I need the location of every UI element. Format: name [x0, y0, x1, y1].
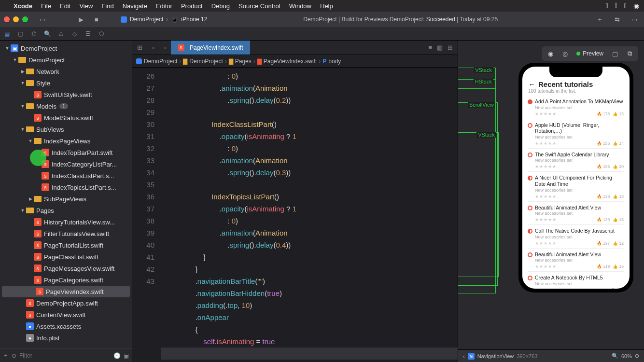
- menu-edit[interactable]: Edit: [60, 2, 70, 10]
- tree-node[interactable]: sIndexClassListPart.s...: [0, 170, 132, 181]
- debug-navigator-tab[interactable]: ☰: [84, 30, 92, 37]
- list-item[interactable]: Add A Point Annotation To MKMapViewNew a…: [528, 96, 624, 119]
- filter-scope-icon[interactable]: ⊙: [12, 352, 16, 359]
- tree-node[interactable]: ▶Network: [0, 66, 132, 77]
- jump-bar[interactable]: DemoProject› ▇ DemoProject› ▇ Pages› ▇ P…: [132, 55, 458, 68]
- tree-node[interactable]: ●Info.plist: [0, 332, 132, 344]
- menu-source-control[interactable]: Source Control: [238, 2, 280, 10]
- tree-node[interactable]: ▼DemoProject: [0, 54, 132, 66]
- tree-node[interactable]: sHistoryTutorialsView.sw...: [0, 216, 132, 228]
- menu-find[interactable]: Find: [101, 2, 113, 10]
- jumpbar-seg[interactable]: PageViewIndex.swift: [264, 58, 317, 65]
- menu-window[interactable]: Window: [289, 2, 311, 10]
- test-navigator-tab[interactable]: ◇: [70, 30, 78, 37]
- tree-node[interactable]: ▼SubViews: [0, 124, 132, 135]
- device-screen[interactable]: ←Recent tutorials 100 tutorials in the l…: [522, 67, 630, 289]
- list-item[interactable]: Beautiful Animated Alert ViewNew accesor…: [528, 249, 624, 272]
- code-editor[interactable]: 262728293031323334353637383940414243 : 0…: [132, 68, 458, 362]
- tree-node[interactable]: ▶SubPageViews: [0, 193, 132, 205]
- zoom-out-icon[interactable]: 🔍: [612, 353, 618, 359]
- zoom-in-icon[interactable]: ⊕: [635, 353, 639, 359]
- minimap-toggle-icon[interactable]: ≡: [428, 44, 432, 51]
- menu-editor[interactable]: Editor: [156, 2, 172, 10]
- list-item[interactable]: Create A Notebook By HTML5New accesories…: [528, 272, 624, 289]
- tree-node[interactable]: ▼Pages: [0, 205, 132, 216]
- tree-node[interactable]: sContentView.swift: [0, 309, 132, 320]
- jumpbar-seg[interactable]: Pages: [235, 58, 252, 65]
- tree-node[interactable]: ▼Style: [0, 77, 132, 89]
- breakpoint-navigator-tab[interactable]: ⬡: [98, 30, 105, 37]
- zoom-out-button[interactable]: ‹: [463, 353, 465, 359]
- zoom-window-button[interactable]: [22, 16, 28, 22]
- tree-node[interactable]: sDemoProjectApp.swift: [0, 297, 132, 309]
- preview-list[interactable]: Add A Point Annotation To MKMapViewNew a…: [522, 96, 630, 289]
- preview-live-indicator[interactable]: Preview: [574, 50, 606, 57]
- tree-node[interactable]: sIndexCategoryListPar...: [0, 158, 132, 170]
- nav-back-button[interactable]: ‹: [152, 44, 154, 51]
- menu-navigate[interactable]: Navigate: [123, 2, 147, 10]
- recent-files-icon[interactable]: 🕘: [113, 352, 121, 359]
- run-button[interactable]: ▶: [75, 14, 87, 24]
- issue-navigator-tab[interactable]: ⚠: [57, 30, 65, 37]
- back-icon[interactable]: ←: [528, 80, 535, 88]
- source-control-navigator-tab[interactable]: ▢: [16, 30, 24, 37]
- user-icon[interactable]: ◉: [633, 2, 639, 10]
- tree-node[interactable]: sIndexTopBarPart.swift: [0, 147, 132, 158]
- preview-play-button[interactable]: ◉: [545, 48, 556, 59]
- tree-node[interactable]: ▼IndexPageViews: [0, 135, 132, 147]
- nav-forward-button[interactable]: ›: [164, 44, 166, 51]
- wifi-icon[interactable]: 􀙇: [606, 2, 608, 10]
- related-items-button[interactable]: ⊞: [137, 44, 142, 51]
- menu-product[interactable]: Product: [181, 2, 203, 10]
- adjust-editor-icon[interactable]: ▥: [437, 44, 443, 51]
- control-center-icon[interactable]: 􀜊: [624, 2, 627, 10]
- add-editor-icon[interactable]: ⊞: [448, 44, 453, 51]
- tree-node[interactable]: sPageMessagesView.swift: [0, 263, 132, 274]
- stop-button[interactable]: ■: [91, 14, 102, 24]
- list-item[interactable]: The Swift Apple Calendar LibraryNew acce…: [528, 149, 624, 172]
- menu-help[interactable]: Help: [320, 2, 333, 10]
- list-item[interactable]: A Nicer UI Component For Picking Date An…: [528, 172, 624, 201]
- minimize-window-button[interactable]: [13, 16, 19, 22]
- toggle-inspector-button[interactable]: ▭: [629, 14, 640, 24]
- preview-canvas[interactable]: VStack HStack ScrollView VStack ←Recent …: [458, 41, 644, 349]
- scheme-selector[interactable]: DemoProject › 📱 iPhone 12: [121, 16, 207, 23]
- report-navigator-tab[interactable]: —: [111, 30, 119, 37]
- add-file-button[interactable]: ＋: [3, 351, 9, 360]
- statusbar-zoom[interactable]: 60%: [621, 353, 632, 359]
- tree-node[interactable]: sSwiftUIStyle.swift: [0, 89, 132, 100]
- list-item[interactable]: Apple HUD (Volume, Ringer, Rotation,…)Ne…: [528, 119, 624, 149]
- symbol-navigator-tab[interactable]: ⌬: [30, 30, 38, 37]
- toggle-navigator-button[interactable]: ▭: [37, 14, 48, 24]
- tree-node[interactable]: sPageClassList.swift: [0, 251, 132, 263]
- menu-debug[interactable]: Debug: [211, 2, 230, 10]
- menu-file[interactable]: File: [41, 2, 51, 10]
- source-view[interactable]: : 0) .animation(Animation .spring().dela…: [161, 68, 458, 362]
- tree-node[interactable]: sPageViewIndex.swift: [2, 286, 130, 297]
- list-item[interactable]: Call The Native Code By JavascriptNew ac…: [528, 225, 624, 249]
- filter-input[interactable]: [19, 352, 111, 359]
- list-item[interactable]: Beautiful Animated Alert ViewNew accesor…: [528, 202, 624, 225]
- tree-node[interactable]: ●Assets.xcassets: [0, 320, 132, 332]
- find-navigator-tab[interactable]: 🔍: [43, 30, 51, 37]
- tree-node[interactable]: sPageCategories.swift: [0, 274, 132, 286]
- editor-tab-active[interactable]: s PageViewIndex.swift: [171, 41, 250, 55]
- tree-node[interactable]: ▼Models1: [0, 100, 132, 112]
- file-tree[interactable]: ▼▣DemoProject▼DemoProject▶Network▼Styles…: [0, 41, 132, 348]
- tree-node[interactable]: sFilterTutorialsView.swift: [0, 228, 132, 239]
- preview-device-button[interactable]: ▢: [609, 48, 621, 59]
- spotlight-icon[interactable]: 􀊫: [615, 2, 617, 10]
- close-window-button[interactable]: [4, 16, 10, 22]
- menu-view[interactable]: View: [79, 2, 93, 10]
- add-button[interactable]: ＋: [594, 14, 605, 24]
- project-navigator-tab[interactable]: ▤: [3, 30, 11, 37]
- tree-node[interactable]: sModelStatus.swift: [0, 112, 132, 124]
- jumpbar-seg[interactable]: body: [328, 58, 341, 65]
- scm-filter-icon[interactable]: ▣: [124, 352, 129, 359]
- activity-viewer[interactable]: DemoProject | Build for Previews DemoPro…: [211, 16, 590, 23]
- jumpbar-seg[interactable]: DemoProject: [144, 58, 177, 65]
- app-menu[interactable]: Xcode: [14, 2, 32, 10]
- jumpbar-seg[interactable]: DemoProject: [189, 58, 223, 65]
- preview-inspect-button[interactable]: ◎: [559, 48, 571, 59]
- preview-duplicate-button[interactable]: ⧉: [624, 48, 635, 59]
